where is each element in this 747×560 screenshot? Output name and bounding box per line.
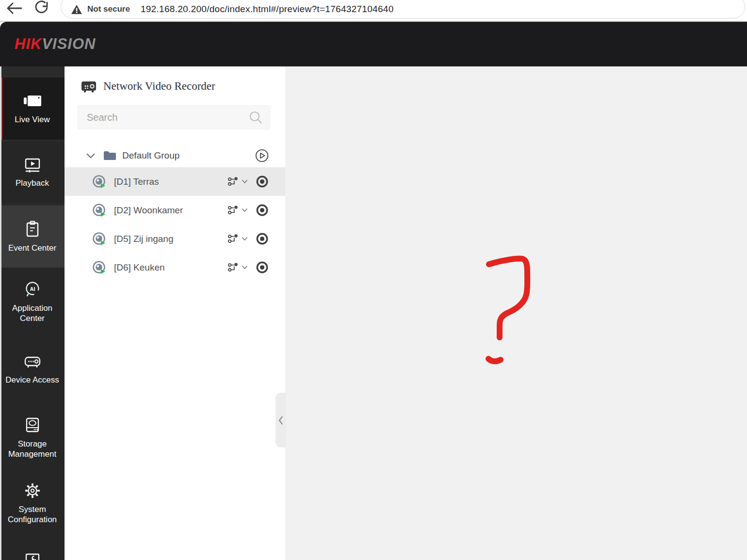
camera-dome-icon (92, 203, 107, 218)
url-text[interactable]: 192.168.20.200/doc/index.html#/preview?t… (141, 4, 394, 15)
sidebar-item-label: Live View (14, 114, 50, 125)
camera-dome-icon (92, 175, 107, 189)
panel-collapse-handle[interactable] (276, 393, 286, 448)
sidebar-item-storage-management[interactable]: Storage Management (0, 403, 65, 471)
group-label[interactable]: Default Group (122, 150, 179, 161)
svg-text:AI: AI (30, 286, 35, 291)
record-icon[interactable] (256, 261, 269, 274)
ai-head-icon: AI (23, 280, 42, 299)
stream-select-button[interactable] (227, 234, 248, 244)
sidebar-spacer (0, 66, 65, 78)
refresh-icon (33, 0, 50, 16)
stream-type-icon (227, 262, 240, 272)
camera-dome-icon (92, 260, 107, 275)
wrench-screen-icon (23, 552, 42, 560)
nvr-icon (81, 79, 97, 94)
chevron-down-icon (242, 179, 248, 184)
hard-drive-icon (23, 416, 42, 434)
logo-vision: VISION (42, 35, 96, 52)
device-title: Network Video Recorder (103, 80, 215, 93)
browser-refresh-button[interactable] (32, 0, 51, 16)
sidebar-item-playback[interactable]: Playback (0, 142, 65, 204)
address-bar[interactable]: Not secure 192.168.20.200/doc/index.html… (61, 0, 745, 18)
window-left-edge (0, 66, 1, 560)
stream-select-button[interactable] (227, 205, 248, 215)
device-box-icon (23, 354, 42, 370)
camera-label[interactable]: [D2] Woonkamer (114, 205, 183, 216)
video-camera-icon (22, 93, 43, 110)
record-icon[interactable] (256, 175, 269, 188)
sidebar-item-label: Application Center (0, 303, 65, 323)
browser-toolbar: Not secure 192.168.20.200/doc/index.html… (0, 0, 747, 22)
search-icon[interactable] (248, 110, 263, 125)
live-view-stage (285, 66, 747, 560)
app-body: Live View Playback (0, 66, 747, 560)
device-tree-panel: Network Video Recorder (65, 66, 285, 560)
sidebar: Live View Playback (0, 66, 65, 560)
stream-select-button[interactable] (227, 262, 248, 272)
screen: Not secure 192.168.20.200/doc/index.html… (0, 0, 747, 560)
stream-select-button[interactable] (227, 176, 248, 187)
record-icon[interactable] (256, 204, 269, 217)
play-all-icon[interactable] (255, 149, 269, 162)
back-arrow-icon (5, 1, 24, 16)
camera-label[interactable]: [D5] Zij ingang (114, 234, 174, 244)
sidebar-item-system-configuration[interactable]: System Configuration (0, 471, 65, 534)
chevron-down-icon (242, 208, 248, 212)
camera-label[interactable]: [D6] Keuken (114, 262, 165, 273)
sidebar-item-live-view[interactable]: Live View (0, 78, 65, 140)
camera-row-d6[interactable]: [D6] Keuken (65, 253, 285, 282)
app-header: HIKVISION (0, 22, 747, 66)
camera-row-d1[interactable]: [D1] Terras (65, 167, 285, 196)
security-label[interactable]: Not secure (87, 4, 130, 14)
sidebar-item-label: Event Center (7, 243, 57, 253)
browser-back-button[interactable] (5, 0, 24, 16)
logo-hik: HIK (15, 35, 42, 52)
chevron-down-icon (242, 265, 248, 270)
record-icon[interactable] (256, 232, 269, 245)
sidebar-item-label: Playback (15, 178, 50, 188)
warning-triangle-icon (71, 4, 82, 15)
camera-row-d2[interactable]: [D2] Woonkamer (65, 196, 285, 224)
stream-type-icon (227, 205, 240, 215)
camera-row-d5[interactable]: [D5] Zij ingang (65, 224, 285, 253)
group-row-default-group[interactable]: Default Group (65, 144, 285, 167)
folder-icon (103, 150, 116, 161)
device-title-row: Network Video Recorder (81, 79, 215, 94)
chevron-down-icon[interactable] (85, 151, 96, 160)
clipboard-icon (24, 220, 41, 239)
stream-type-icon (227, 176, 240, 187)
sidebar-item-maintenance[interactable]: Maintenance (0, 534, 65, 560)
stream-type-icon (227, 234, 240, 244)
camera-dome-icon (92, 232, 107, 246)
gear-icon (23, 481, 42, 500)
sidebar-item-device-access[interactable]: Device Access (0, 336, 65, 403)
sidebar-item-event-center[interactable]: Event Center (0, 206, 65, 268)
camera-label[interactable]: [D1] Terras (114, 176, 159, 187)
app-window: HIKVISION Live View (0, 22, 747, 560)
hikvision-logo: HIKVISION (15, 35, 96, 53)
chevron-left-icon (277, 414, 285, 427)
sidebar-item-label: Device Access (4, 375, 60, 385)
chevron-down-icon (242, 237, 248, 241)
search-box (78, 105, 270, 129)
search-input[interactable] (78, 112, 248, 123)
sidebar-item-application-center[interactable]: AI Application Center (0, 268, 65, 336)
play-screen-icon (23, 157, 42, 174)
sidebar-item-label: System Configuration (0, 504, 65, 525)
device-tree: Default Group (65, 144, 285, 282)
sidebar-item-label: Storage Management (0, 439, 65, 459)
